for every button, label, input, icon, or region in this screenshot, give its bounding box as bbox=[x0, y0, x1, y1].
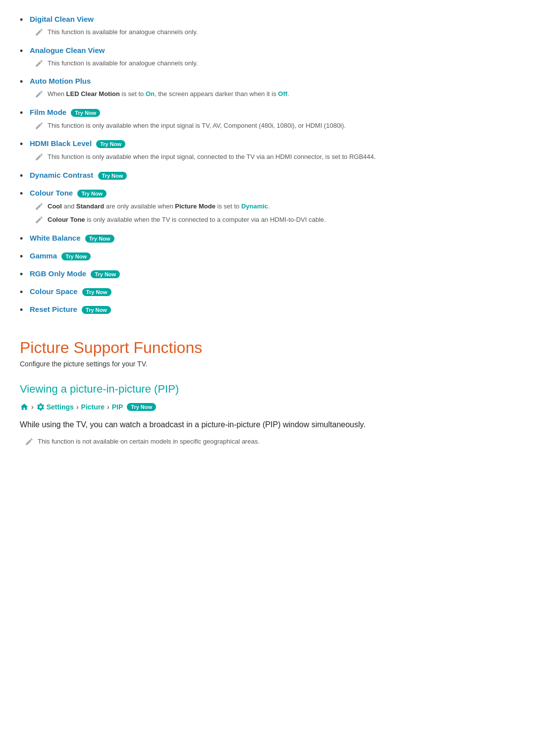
pencil-icon bbox=[35, 90, 44, 99]
digital-clean-view-label[interactable]: Digital Clean View bbox=[30, 15, 94, 23]
subsection-title: Viewing a picture-in-picture (PIP) bbox=[20, 383, 515, 396]
pencil-icon bbox=[25, 437, 34, 446]
dynamic-contrast-try-now[interactable]: Try Now bbox=[98, 172, 127, 180]
reset-picture-try-now[interactable]: Try Now bbox=[82, 306, 111, 314]
pencil-icon bbox=[35, 202, 44, 211]
breadcrumb-pip[interactable]: PIP bbox=[112, 403, 123, 411]
standard-text: Standard bbox=[76, 202, 104, 210]
list-item-rgb-only-mode: RGB Only Mode Try Now bbox=[20, 269, 515, 278]
rgb-only-mode-try-now[interactable]: Try Now bbox=[91, 270, 120, 278]
section-subtitle: Configure the picture settings for your … bbox=[20, 360, 515, 368]
hdmi-black-level-label[interactable]: HDMI Black Level bbox=[30, 139, 92, 148]
hdmi-black-level-try-now[interactable]: Try Now bbox=[96, 140, 125, 148]
pencil-icon bbox=[35, 59, 44, 68]
list-item-auto-motion-plus: Auto Motion Plus When LED Clear Motion i… bbox=[20, 77, 515, 99]
pencil-icon bbox=[35, 121, 44, 130]
on-text: On bbox=[146, 90, 155, 98]
film-mode-note-text: This function is only available when the… bbox=[48, 121, 346, 131]
dynamic-contrast-label[interactable]: Dynamic Contrast bbox=[30, 171, 93, 179]
white-balance-try-now[interactable]: Try Now bbox=[85, 235, 114, 243]
section-title: Picture Support Functions bbox=[20, 339, 515, 357]
list-item-digital-clean-view: Digital Clean View This function is avai… bbox=[20, 15, 515, 37]
pip-note-text: This function is not available on certai… bbox=[38, 437, 260, 447]
off-text: Off bbox=[278, 90, 287, 98]
digital-clean-view-note-text: This function is available for analogue … bbox=[48, 27, 198, 37]
film-mode-label[interactable]: Film Mode bbox=[30, 108, 66, 116]
breadcrumb-picture[interactable]: Picture bbox=[81, 403, 105, 411]
colour-tone-bold-text: Colour Tone bbox=[48, 216, 85, 223]
list-item-colour-tone: Colour Tone Try Now Cool and Standard ar… bbox=[20, 189, 515, 225]
colour-tone-note-2: Colour Tone is only available when the T… bbox=[35, 215, 515, 225]
list-item-film-mode: Film Mode Try Now This function is only … bbox=[20, 108, 515, 131]
gamma-try-now[interactable]: Try Now bbox=[61, 252, 91, 260]
colour-space-try-now[interactable]: Try Now bbox=[82, 288, 111, 296]
breadcrumb: › Settings › Picture › PIP Try Now bbox=[20, 403, 515, 411]
auto-motion-plus-note: When LED Clear Motion is set to On, the … bbox=[35, 89, 515, 99]
list-item-white-balance: White Balance Try Now bbox=[20, 234, 515, 243]
colour-space-label[interactable]: Colour Space bbox=[30, 287, 78, 296]
breadcrumb-sep-3: › bbox=[107, 403, 109, 411]
rgb-only-mode-label[interactable]: RGB Only Mode bbox=[30, 269, 86, 278]
gear-icon bbox=[36, 403, 45, 411]
list-item-colour-space: Colour Space Try Now bbox=[20, 287, 515, 296]
film-mode-try-now[interactable]: Try Now bbox=[71, 109, 100, 117]
pencil-icon bbox=[35, 152, 44, 161]
auto-motion-plus-note-text: When LED Clear Motion is set to On, the … bbox=[48, 89, 289, 99]
colour-tone-label[interactable]: Colour Tone bbox=[30, 189, 73, 197]
analogue-clean-view-note-text: This function is available for analogue … bbox=[48, 58, 198, 68]
digital-clean-view-note: This function is available for analogue … bbox=[35, 27, 515, 37]
pencil-icon bbox=[35, 215, 44, 224]
gamma-label[interactable]: Gamma bbox=[30, 252, 57, 260]
cool-text: Cool bbox=[48, 202, 62, 210]
breadcrumb-settings[interactable]: Settings bbox=[47, 403, 74, 411]
breadcrumb-sep-1: › bbox=[31, 403, 34, 411]
pencil-icon bbox=[35, 28, 44, 37]
auto-motion-plus-label[interactable]: Auto Motion Plus bbox=[30, 77, 91, 85]
list-item-reset-picture: Reset Picture Try Now bbox=[20, 305, 515, 314]
hdmi-black-level-note-text: This function is only available when the… bbox=[48, 152, 375, 162]
film-mode-note: This function is only available when the… bbox=[35, 121, 515, 131]
list-item-gamma: Gamma Try Now bbox=[20, 252, 515, 260]
breadcrumb-try-now[interactable]: Try Now bbox=[127, 403, 156, 411]
analogue-clean-view-label[interactable]: Analogue Clean View bbox=[30, 46, 105, 54]
led-clear-motion-text: LED Clear Motion bbox=[66, 90, 120, 98]
analogue-clean-view-note: This function is available for analogue … bbox=[35, 58, 515, 68]
colour-tone-note-2-text: Colour Tone is only available when the T… bbox=[48, 215, 326, 225]
main-bullet-list: Digital Clean View This function is avai… bbox=[20, 15, 515, 314]
hdmi-black-level-note: This function is only available when the… bbox=[35, 152, 515, 162]
home-icon bbox=[20, 403, 29, 411]
white-balance-label[interactable]: White Balance bbox=[30, 234, 81, 242]
list-item-hdmi-black-level: HDMI Black Level Try Now This function i… bbox=[20, 139, 515, 162]
pip-note: This function is not available on certai… bbox=[25, 437, 515, 447]
dynamic-text: Dynamic bbox=[241, 202, 268, 210]
colour-tone-note-1: Cool and Standard are only available whe… bbox=[35, 202, 515, 211]
pip-description: While using the TV, you can watch a broa… bbox=[20, 418, 515, 431]
reset-picture-label[interactable]: Reset Picture bbox=[30, 305, 77, 313]
breadcrumb-sep-2: › bbox=[76, 403, 79, 411]
picture-mode-text: Picture Mode bbox=[175, 202, 215, 210]
picture-support-section: Picture Support Functions Configure the … bbox=[20, 339, 515, 368]
colour-tone-note-1-text: Cool and Standard are only available whe… bbox=[48, 202, 270, 211]
list-item-analogue-clean-view: Analogue Clean View This function is ava… bbox=[20, 46, 515, 68]
colour-tone-try-now[interactable]: Try Now bbox=[77, 190, 107, 198]
list-item-dynamic-contrast: Dynamic Contrast Try Now bbox=[20, 171, 515, 180]
pip-subsection: Viewing a picture-in-picture (PIP) › Set… bbox=[20, 383, 515, 447]
